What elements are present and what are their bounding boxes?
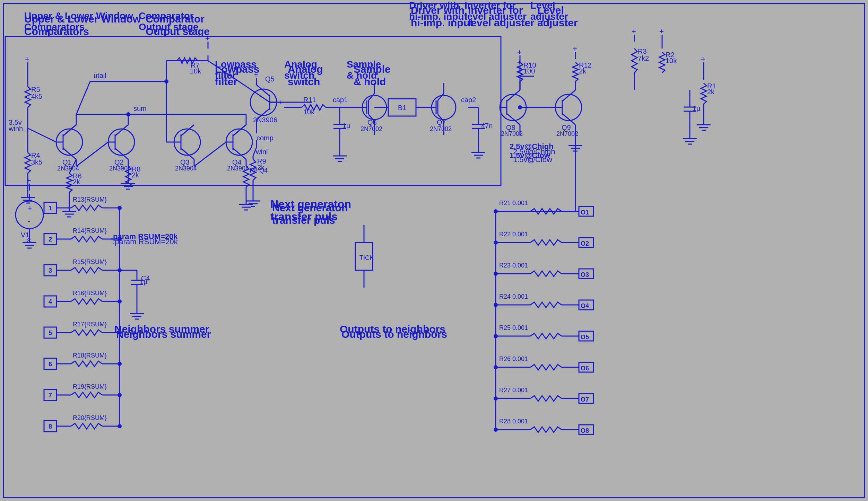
schematic-diagram — [0, 0, 868, 501]
